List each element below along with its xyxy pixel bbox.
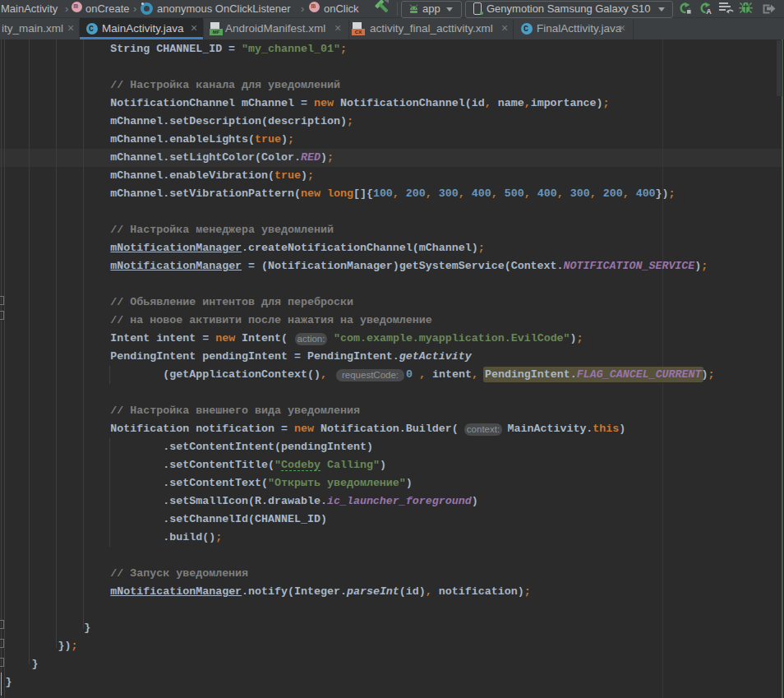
svg-text:A: A (706, 7, 712, 15)
